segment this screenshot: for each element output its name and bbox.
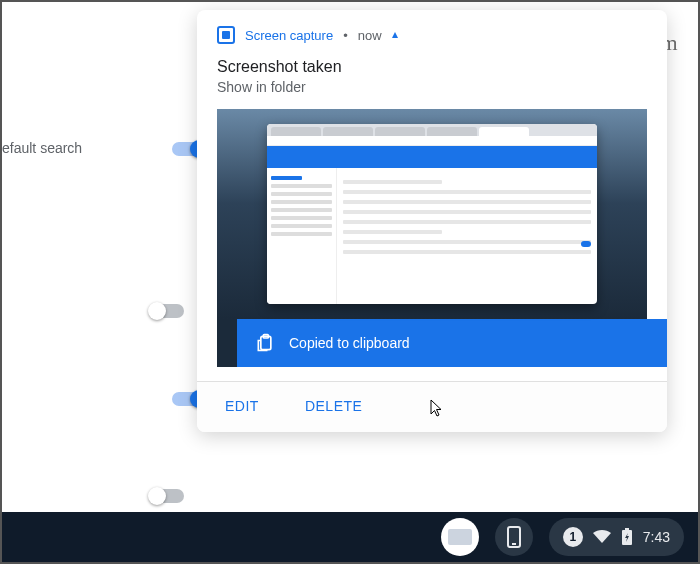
screenshot-notification: Screen capture • now ▴ Screenshot taken … (197, 10, 667, 432)
toggle-2[interactable] (150, 304, 184, 318)
toggle-4[interactable] (150, 489, 184, 503)
notification-app-name: Screen capture (245, 28, 333, 43)
clipboard-icon (255, 333, 275, 353)
notification-time: now (358, 28, 382, 43)
wifi-icon (593, 530, 611, 544)
svg-rect-5 (625, 528, 629, 530)
screenshot-preview[interactable]: Copied to clipboard (217, 109, 647, 367)
notification-header[interactable]: Screen capture • now ▴ (217, 26, 647, 44)
clipboard-banner: Copied to clipboard (237, 319, 667, 367)
battery-charging-icon (621, 528, 633, 546)
setting-row-label: efault search (2, 140, 82, 156)
clock: 7:43 (643, 529, 670, 545)
separator-dot: • (343, 28, 348, 43)
notification-actions: EDIT DELETE (197, 381, 667, 432)
edit-button[interactable]: EDIT (225, 398, 259, 414)
chevron-up-icon[interactable]: ▴ (392, 27, 398, 41)
screen-capture-icon (217, 26, 235, 44)
phone-hub-icon[interactable] (495, 518, 533, 556)
chromeos-shelf: 1 7:43 (2, 512, 698, 562)
notification-title: Screenshot taken (217, 58, 647, 76)
status-tray[interactable]: 1 7:43 (549, 518, 684, 556)
notification-count-badge: 1 (563, 527, 583, 547)
screenshot-shelf-item[interactable] (441, 518, 479, 556)
show-in-folder-link[interactable]: Show in folder (217, 79, 647, 95)
clipboard-text: Copied to clipboard (289, 335, 410, 351)
delete-button[interactable]: DELETE (305, 398, 362, 414)
